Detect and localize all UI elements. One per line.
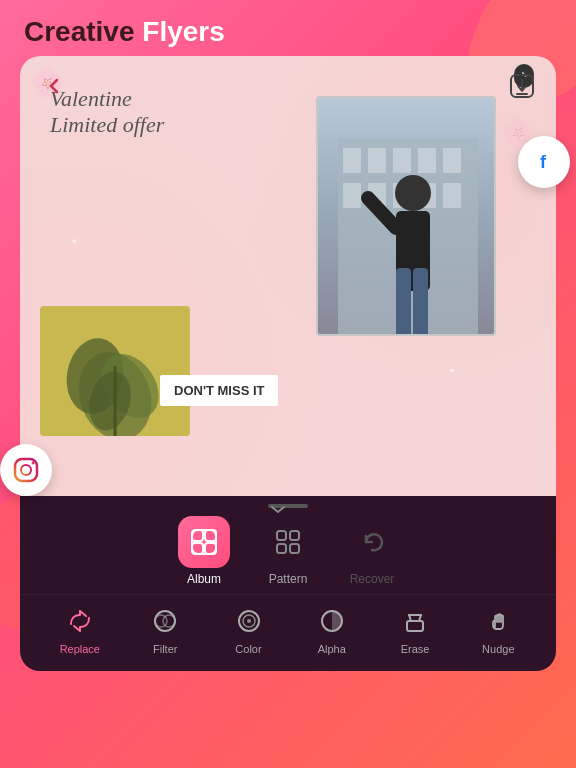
back-button[interactable] xyxy=(36,68,72,104)
editor-top-bar xyxy=(20,56,556,116)
svg-rect-14 xyxy=(443,183,461,208)
canvas-background[interactable]: 🌸 🌸 🌸 ✦ ✦ ✦ ✦ Valentine Limited offer ✕ xyxy=(20,56,556,496)
drag-handle[interactable] xyxy=(20,496,556,512)
svg-point-2 xyxy=(21,465,31,475)
editor-card: f 🌸 🌸 🌸 ✦ xyxy=(20,56,556,636)
album-tab-label: Album xyxy=(187,572,221,586)
erase-label: Erase xyxy=(401,643,430,655)
color-svg xyxy=(235,607,263,635)
svg-rect-5 xyxy=(343,148,361,173)
chevron-down-icon xyxy=(268,504,288,514)
yellow-leaf-element[interactable] xyxy=(40,306,190,436)
erase-svg xyxy=(401,607,429,635)
recover-icon xyxy=(356,526,388,558)
alpha-icon xyxy=(314,603,350,639)
nudge-svg xyxy=(484,607,512,635)
tab-album[interactable]: Album xyxy=(178,516,230,586)
pattern-tab-icon xyxy=(262,516,314,568)
svg-rect-44 xyxy=(407,621,423,631)
alpha-label: Alpha xyxy=(318,643,346,655)
leaf-svg xyxy=(40,306,190,436)
pattern-tab-label: Pattern xyxy=(269,572,308,586)
download-button[interactable] xyxy=(504,68,540,104)
drag-line xyxy=(268,504,308,508)
svg-point-3 xyxy=(32,462,35,465)
nudge-icon xyxy=(480,603,516,639)
svg-point-15 xyxy=(395,175,431,211)
svg-text:f: f xyxy=(540,152,547,172)
replace-label: Replace xyxy=(60,643,100,655)
tool-replace[interactable]: Replace xyxy=(60,603,100,655)
tool-nudge[interactable]: Nudge xyxy=(480,603,516,655)
back-icon xyxy=(42,74,66,98)
svg-rect-34 xyxy=(290,531,299,540)
sparkle-4: ✦ xyxy=(448,365,456,376)
tool-tabs: Album Pattern xyxy=(20,512,556,594)
svg-rect-33 xyxy=(277,531,286,540)
recover-tab-label: Recover xyxy=(350,572,395,586)
tool-filter[interactable]: Filter xyxy=(147,603,183,655)
editor-canvas: 🌸 🌸 🌸 ✦ ✦ ✦ ✦ Valentine Limited offer ✕ xyxy=(20,56,556,496)
building-graphic xyxy=(318,98,496,336)
album-tab-icon xyxy=(178,516,230,568)
alpha-svg xyxy=(318,607,346,635)
download-icon xyxy=(508,72,536,100)
color-label: Color xyxy=(235,643,261,655)
album-icon xyxy=(188,526,220,558)
tool-color[interactable]: Color xyxy=(231,603,267,655)
instagram-button[interactable] xyxy=(0,444,52,496)
facebook-button[interactable]: f xyxy=(518,136,570,188)
svg-rect-10 xyxy=(343,183,361,208)
svg-rect-18 xyxy=(396,268,411,336)
toolbar: Album Pattern xyxy=(20,496,556,671)
page-title: Creative Flyers xyxy=(24,16,225,48)
svg-rect-9 xyxy=(443,148,461,173)
svg-rect-36 xyxy=(290,544,299,553)
tool-alpha[interactable]: Alpha xyxy=(314,603,350,655)
svg-rect-8 xyxy=(418,148,436,173)
facebook-icon: f xyxy=(532,150,556,174)
color-icon xyxy=(231,603,267,639)
svg-rect-7 xyxy=(393,148,411,173)
erase-icon xyxy=(397,603,433,639)
svg-point-42 xyxy=(247,619,251,623)
replace-svg xyxy=(66,607,94,635)
replace-icon xyxy=(62,603,98,639)
svg-rect-6 xyxy=(368,148,386,173)
filter-icon xyxy=(147,603,183,639)
nudge-label: Nudge xyxy=(482,643,514,655)
svg-point-39 xyxy=(163,615,175,627)
svg-rect-19 xyxy=(413,268,428,336)
instagram-icon xyxy=(12,456,40,484)
filter-label: Filter xyxy=(153,643,177,655)
photo-element[interactable] xyxy=(316,96,496,336)
tab-recover[interactable]: Recover xyxy=(346,516,398,586)
dont-miss-tag[interactable]: DON'T MISS IT xyxy=(160,375,278,406)
tab-pattern[interactable]: Pattern xyxy=(262,516,314,586)
action-tools: Replace Filter xyxy=(20,594,556,671)
pattern-icon xyxy=(272,526,304,558)
recover-tab-icon xyxy=(346,516,398,568)
svg-rect-35 xyxy=(277,544,286,553)
svg-point-37 xyxy=(155,611,175,631)
sparkle-2: ✦ xyxy=(70,236,78,247)
tool-erase[interactable]: Erase xyxy=(397,603,433,655)
filter-svg xyxy=(151,607,179,635)
